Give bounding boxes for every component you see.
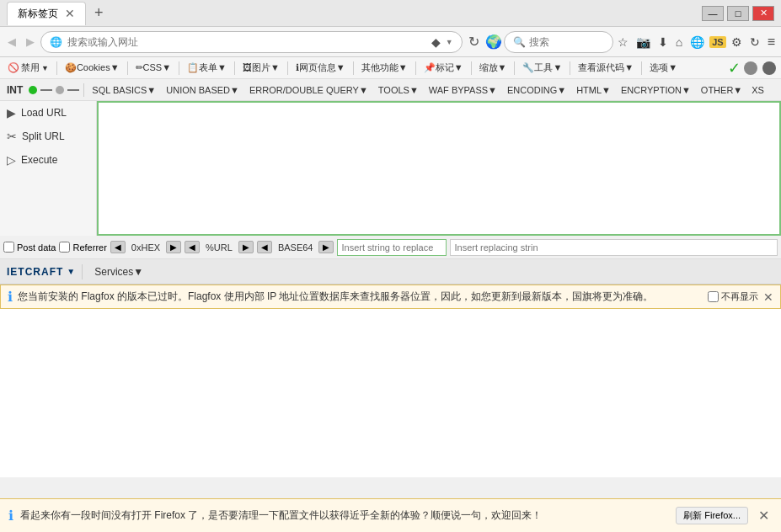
flagfox-close-btn[interactable]: ✕ [763, 290, 773, 304]
base64-left-arrow[interactable]: ◀ [257, 241, 272, 253]
hex-right-arrow[interactable]: ▶ [166, 241, 181, 253]
nav-bar: ◀ ▶ 🌐 ◆ ▼ ↻ 🌍 🔍 ☆ 📷 ⬇ ⌂ 🌐 JS ⚙ ↻ ≡ [0, 27, 781, 57]
reload-btn[interactable]: ↻ [464, 30, 484, 53]
flagfox-info-bar: ℹ 您当前安装的 Flagfox 的版本已过时。Flagfox 使用内部 IP … [0, 285, 781, 309]
toolbar-row-1: 🚫禁用▼ 🍪Cookies▼ ✏CSS▼ 📋表单▼ 🖼图片▼ ℹ网页信息▼ 其他… [0, 57, 781, 79]
source-btn[interactable]: 查看源代码▼ [574, 60, 638, 76]
html-btn[interactable]: HTML▼ [572, 83, 615, 97]
shrink-btn[interactable]: 缩放▼ [475, 60, 511, 76]
split-url-btn[interactable]: ✂ Split URL [0, 125, 96, 148]
circle-btn2[interactable] [762, 61, 776, 75]
cookies-btn[interactable]: 🍪Cookies▼ [61, 61, 124, 75]
encoding-btn[interactable]: ENCODING▼ [503, 83, 570, 97]
sql-basics-btn[interactable]: SQL BASICS▼ [88, 83, 160, 97]
error-double-btn[interactable]: ERROR/DOUBLE QUERY▼ [245, 83, 372, 97]
no-show-label[interactable]: 不再显示 [708, 290, 758, 303]
tools-sqli-btn[interactable]: TOOLS▼ [374, 83, 423, 97]
services-btn[interactable]: Services▼ [89, 264, 148, 279]
sep5 [287, 61, 288, 75]
encryption-btn[interactable]: ENCRYPTION▼ [617, 83, 695, 97]
referrer-check[interactable] [59, 242, 70, 253]
union-based-btn[interactable]: UNION BASED▼ [162, 83, 243, 97]
address-input[interactable] [67, 36, 426, 48]
new-tab-btn[interactable]: + [89, 3, 109, 24]
no-show-text: 不再显示 [721, 290, 758, 303]
split-url-icon: ✂ [7, 130, 17, 143]
dash2 [67, 89, 79, 91]
netcraft-bar: IETCRAFT ▼ Services▼ [0, 259, 781, 285]
sep9 [514, 61, 515, 75]
post-data-checkbox[interactable]: Post data [3, 242, 56, 253]
referrer-checkbox[interactable]: Referrer [59, 242, 106, 253]
images-btn[interactable]: 🖼图片▼ [238, 60, 284, 76]
disable-btn[interactable]: 🚫禁用▼ [3, 60, 53, 76]
hex-label: 0xHEX [129, 242, 163, 253]
tools-btn[interactable]: 🔧工具▼ [518, 60, 566, 76]
marks-btn[interactable]: 📌标记▼ [420, 60, 468, 76]
disable-label: 禁用 [21, 61, 40, 74]
globe-icon2[interactable]: 🌐 [687, 33, 707, 51]
netcraft-text: IETCRAFT [7, 266, 63, 278]
other-sqli-btn[interactable]: OTHER▼ [697, 83, 746, 97]
base64-right-arrow[interactable]: ▶ [318, 241, 334, 253]
circle-btn1[interactable] [744, 61, 757, 75]
notif-close-btn[interactable]: ✕ [755, 508, 773, 524]
active-tab[interactable]: 新标签页 ✕ [7, 2, 86, 25]
sep6 [353, 61, 354, 75]
flagfox-icon: 🌐 [50, 36, 62, 48]
replacing-input[interactable] [450, 239, 778, 256]
other-btn[interactable]: 其他功能▼ [357, 60, 412, 76]
int-label: INT [3, 84, 26, 96]
netcraft-sep [82, 264, 83, 279]
left-panel: ▶ Load URL ✂ Split URL ▷ Execute [0, 101, 97, 236]
refresh-firefox-btn[interactable]: 刷新 Firefox... [676, 507, 748, 524]
sqli-sep1 [83, 83, 84, 97]
main-textarea[interactable] [100, 104, 778, 232]
hex-left-arrow[interactable]: ◀ [110, 241, 126, 253]
js-icon[interactable]: JS [709, 36, 725, 48]
tabs-area: 新标签页 ✕ + [7, 2, 109, 25]
forward-btn[interactable]: ▶ [22, 32, 39, 51]
options-btn[interactable]: 选项▼ [645, 60, 682, 76]
xs-label: XS [748, 85, 768, 95]
url-left-arrow[interactable]: ◀ [185, 241, 200, 253]
home-icon[interactable]: ⌂ [673, 33, 685, 51]
close-btn[interactable]: ✕ [752, 6, 774, 21]
execute-btn[interactable]: ▷ Execute [0, 148, 96, 172]
notif-icon: ℹ [8, 508, 13, 524]
settings-icon[interactable]: ⚙ [729, 33, 745, 51]
maximize-btn[interactable]: □ [727, 6, 749, 21]
sync-icon[interactable]: ↻ [747, 33, 762, 51]
load-url-btn[interactable]: ▶ Load URL [0, 101, 96, 125]
title-bar: 新标签页 ✕ + — □ ✕ [0, 0, 781, 27]
screenshot-icon[interactable]: 📷 [634, 33, 653, 51]
dropdown-icon: ▼ [446, 38, 453, 46]
dash [40, 89, 52, 91]
load-url-label: Load URL [21, 107, 67, 119]
sep11 [641, 61, 642, 75]
bottom-notification: ℹ 看起来你有一段时间没有打开 Firefox 了，是否要清理一下配置文件以获得… [0, 498, 781, 532]
window-controls: — □ ✕ [702, 6, 774, 21]
minimize-btn[interactable]: — [702, 6, 724, 21]
info-btn[interactable]: ℹ网页信息▼ [292, 60, 350, 76]
back-btn[interactable]: ◀ [3, 32, 20, 51]
bookmark-icon[interactable]: ☆ [615, 33, 631, 51]
download-icon[interactable]: ⬇ [655, 33, 671, 51]
tab-close-btn[interactable]: ✕ [65, 7, 75, 20]
execute-label: Execute [21, 154, 57, 166]
more-btn[interactable]: ≡ [765, 32, 778, 52]
forms-btn[interactable]: 📋表单▼ [183, 60, 231, 76]
replace-input[interactable] [337, 239, 447, 256]
sqli-bar: INT SQL BASICS▼ UNION BASED▼ ERROR/DOUBL… [0, 79, 781, 101]
url-label: %URL [203, 242, 235, 253]
referrer-label: Referrer [72, 242, 106, 253]
post-data-check[interactable] [3, 242, 14, 253]
main-area: ▶ Load URL ✂ Split URL ▷ Execute [0, 101, 781, 236]
css-btn[interactable]: ✏CSS▼ [131, 61, 176, 75]
url-right-arrow[interactable]: ▶ [238, 241, 254, 253]
no-show-check[interactable] [708, 291, 719, 302]
services-label: Services▼ [94, 266, 143, 278]
base64-label: BASE64 [275, 242, 316, 253]
waf-bypass-btn[interactable]: WAF BYPASS▼ [425, 83, 501, 97]
content-area [0, 309, 781, 477]
